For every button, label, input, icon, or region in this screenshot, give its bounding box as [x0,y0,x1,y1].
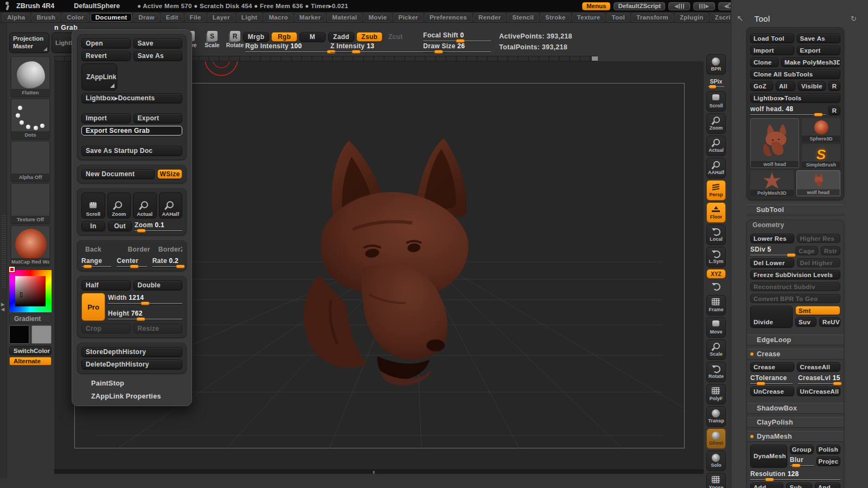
texture-thumb[interactable]: Texture Off [11,183,50,223]
zoom-in-button[interactable]: In [81,221,105,231]
range-slider[interactable]: Range [81,257,111,267]
strip-local[interactable]: Local [706,224,726,245]
strip-move[interactable]: Move [706,317,726,338]
higher-res-button[interactable]: Higher Res [797,234,841,243]
projection-master-button[interactable]: Projection Master [9,33,49,53]
suv-toggle[interactable]: Suv [795,317,816,326]
resolution-slider[interactable]: Resolution 128 [750,470,840,480]
menubar-item[interactable]: Tool [607,13,630,22]
gyro-rotate-button[interactable]: R Rotate [227,31,243,48]
doc-actual-button[interactable]: Actual [133,192,157,219]
freeze-subdivision-button[interactable]: Freeze SubDivision Levels [750,270,840,279]
export-screen-grab-button[interactable]: Export Screen Grab [81,126,182,136]
lightbox-documents-button[interactable]: Lightbox▸Documents [81,93,182,103]
zcut-button[interactable]: Zcut [385,32,406,42]
menubar-item[interactable]: Macro [264,13,292,22]
main-color-swatch[interactable] [9,325,29,344]
doc-zoom-button[interactable]: Zoom [107,192,131,219]
panel-refresh-icon[interactable]: ↻ [851,15,857,23]
save-as-startup-doc-button[interactable]: Save As Startup Doc [81,146,182,156]
strip-scroll[interactable]: Scroll [706,91,726,112]
creaselvl-slider[interactable]: CreaseLvl 15 [798,374,840,384]
center-slider[interactable]: Center [117,257,146,267]
stroke-thumb[interactable]: Dots [11,99,50,139]
del-lower-button[interactable]: Del Lower [750,258,794,267]
wsize-toggle[interactable]: WSize [157,169,182,179]
strip-xpose[interactable]: Xpose [706,473,726,488]
zapplink-button[interactable]: ZAppLink [81,63,117,91]
tool-import-button[interactable]: Import [750,46,794,55]
menubar-item[interactable]: Transform [631,13,673,22]
menubar-item[interactable]: Movie [363,13,392,22]
clone-all-subtools-button[interactable]: Clone All SubTools [750,69,840,79]
shelf-scroll-right-button[interactable]: ▶ [693,2,715,10]
doc-aahalf-button[interactable]: AAHalf [159,192,183,219]
creaseall-button[interactable]: CreaseAll [797,362,841,371]
ctolerance-slider[interactable]: CTolerance [750,374,793,384]
strip-bpr[interactable]: BPR [706,54,726,75]
del-higher-button[interactable]: Del Higher [797,258,841,267]
strip-spix[interactable]: SPix [706,76,726,89]
scrollbar-handle[interactable]: ▲▼ [372,470,375,474]
strip-actual[interactable]: Actual [706,136,726,156]
mrgb-button[interactable]: Mrgb [243,32,269,42]
menubar-item[interactable]: Stroke [540,13,571,22]
back-button[interactable]: Back [81,245,122,254]
polymesh3d-thumb[interactable]: PolyMesh3D [750,170,794,196]
half-button[interactable]: Half [81,280,131,290]
menubar-item[interactable]: Material [327,13,362,22]
menubar-item[interactable]: Brush [31,13,60,22]
uncrease-button[interactable]: UnCrease [750,387,794,396]
uncreaseall-button[interactable]: UnCreaseAll [797,387,841,396]
double-button[interactable]: Double [133,280,183,290]
border-button[interactable]: Border [124,245,152,254]
lower-res-button[interactable]: Lower Res [750,234,794,243]
save-as-button[interactable]: Save As [133,51,183,61]
convert-bpr-button[interactable]: Convert BPR To Geo [750,294,840,303]
edgeloop-section-header[interactable]: EdgeLoop [747,335,844,345]
panel-back-icon[interactable]: ↖ [737,14,744,23]
strip-persp[interactable]: Persp [706,180,726,201]
clone-button[interactable]: Clone [750,57,778,67]
menubar-item[interactable]: Stencil [507,13,539,22]
gradient-button[interactable]: Gradient [9,314,52,323]
import-button[interactable]: Import [81,113,131,123]
rate-slider[interactable]: Rate 0.2 [152,257,182,267]
reuv-button[interactable]: ReUV [819,317,840,326]
menubar-item[interactable]: Render [474,13,506,22]
dynamesh-add-toggle[interactable]: Add [750,483,783,488]
menubar-item[interactable]: Layer [208,13,235,22]
paintstop-item[interactable]: PaintStop [77,378,187,388]
menubar-item[interactable]: Zplugin [675,13,709,22]
alpha-thumb[interactable]: Alpha Off [11,141,50,181]
subtool-section-header[interactable]: SubTool [746,204,844,215]
crease-section-header[interactable]: Crease [747,349,844,359]
sphere3d-thumb[interactable]: Sphere3D [802,118,840,142]
strip-lsym[interactable]: L.Sym [706,247,726,267]
strip-zoom[interactable]: Zoom [706,113,726,134]
menus-toggle[interactable]: Menus [582,2,610,10]
simplebrush-thumb[interactable]: S SimpleBrush [802,144,840,168]
dynamesh-and-toggle[interactable]: And [815,483,840,488]
doc-scroll-button[interactable]: Scroll [81,192,105,219]
menubar-item[interactable]: Document [91,13,132,22]
cage-button[interactable]: Cage [795,246,818,255]
color-picker[interactable] [9,270,52,312]
dynamesh-button[interactable]: DynaMesh [750,445,787,467]
goz-all-button[interactable]: All [776,81,795,91]
rgb-button[interactable]: Rgb [271,32,297,42]
wolf-head-small-thumb[interactable]: wolf head [796,170,841,196]
menubar-item[interactable]: Preferences [425,13,472,22]
focal-shift-slider[interactable]: Focal Shift 0 [423,31,491,41]
sdiv-slider[interactable]: SDiv 5 [750,246,793,255]
border2-button[interactable]: Border2 [155,245,182,254]
shelf-scroll-left-button[interactable]: ◀ [668,2,690,10]
open-button[interactable]: Open [81,38,131,48]
dynamesh-group-toggle[interactable]: Group [790,445,814,454]
export-button[interactable]: Export [133,113,183,123]
menubar-item[interactable]: Texture [572,13,605,22]
strip-frame[interactable]: Frame [706,295,726,316]
menubar-item[interactable]: Alpha [2,13,30,22]
menubar-item[interactable]: Draw [133,13,159,22]
width-slider[interactable]: Width 1214 [108,294,182,305]
